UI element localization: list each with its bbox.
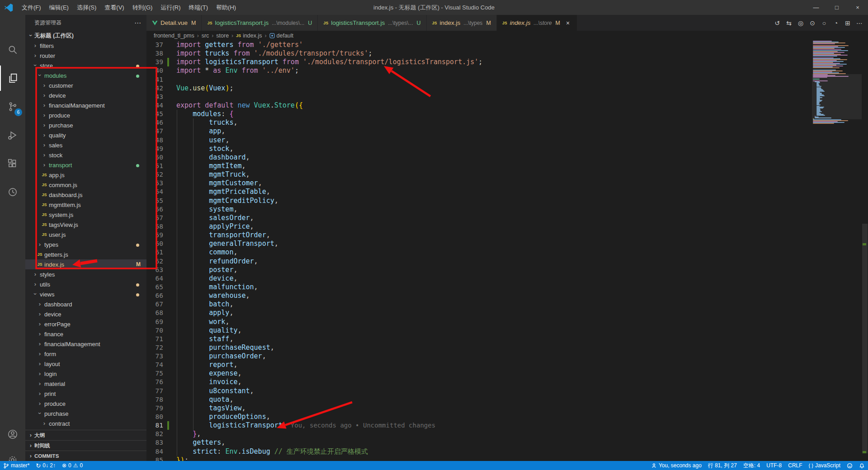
tree-item-errorPage[interactable]: ›errorPage bbox=[25, 319, 146, 329]
line-number[interactable]: 58 bbox=[146, 222, 167, 231]
menu-item[interactable]: 运行(R) bbox=[156, 0, 184, 15]
line-number[interactable]: 74 bbox=[146, 361, 167, 369]
code-line-59[interactable]: 59 transportOrder, bbox=[146, 231, 868, 240]
activity-extensions-icon[interactable] bbox=[0, 151, 25, 176]
tree-item-quality[interactable]: ›quality bbox=[25, 130, 146, 140]
line-number[interactable]: 70 bbox=[146, 326, 167, 335]
tree-item-device[interactable]: ›device bbox=[25, 90, 146, 100]
line-number[interactable]: 49 bbox=[146, 145, 167, 153]
tab-index.js[interactable]: JSindex.js...\storeM× bbox=[497, 15, 577, 31]
line-number[interactable]: 76 bbox=[146, 378, 167, 386]
line-number[interactable]: 59 bbox=[146, 231, 167, 240]
line-number[interactable]: 82 bbox=[146, 430, 167, 438]
code-line-51[interactable]: 51 mgmtItem, bbox=[146, 162, 868, 170]
line-number[interactable]: 73 bbox=[146, 352, 167, 361]
line-number[interactable]: 55 bbox=[146, 197, 167, 205]
activity-source-control-icon[interactable]: 6 bbox=[0, 94, 25, 119]
split-editor-icon[interactable]: ⊞ bbox=[843, 18, 853, 28]
code-line-53[interactable]: 53 mgmtCustomer, bbox=[146, 179, 868, 188]
code-line-55[interactable]: 55 mgmtCreditPolicy, bbox=[146, 197, 868, 205]
previous-change-icon[interactable]: ⊙ bbox=[807, 18, 817, 28]
code-line-74[interactable]: 74 report, bbox=[146, 361, 868, 369]
tree-item-store[interactable]: ›store bbox=[25, 61, 146, 70]
toggle-blame-icon[interactable]: ◔ bbox=[831, 18, 841, 28]
feedback-button[interactable] bbox=[844, 461, 856, 470]
language-mode[interactable]: { } JavaScript bbox=[806, 461, 844, 470]
workspace-header[interactable]: › 无标题 (工作区) bbox=[25, 31, 146, 41]
line-number[interactable]: 68 bbox=[146, 309, 167, 317]
code-line-52[interactable]: 52 mgmtTruck, bbox=[146, 170, 868, 179]
tree-item-purchase[interactable]: ›purchase bbox=[25, 409, 146, 418]
tree-item-views[interactable]: ›views bbox=[25, 289, 146, 299]
line-number[interactable]: 61 bbox=[146, 248, 167, 257]
tab-index.js[interactable]: JSindex.js...\typesM bbox=[427, 15, 497, 31]
code-line-82[interactable]: 82 }, bbox=[146, 430, 868, 438]
menu-item[interactable]: 终端(T) bbox=[184, 0, 212, 15]
line-number[interactable]: 75 bbox=[146, 369, 167, 378]
code-line-37[interactable]: 37import getters from './getters' bbox=[146, 41, 868, 49]
tree-item-financialManagement[interactable]: ›financialManagement bbox=[25, 339, 146, 349]
code-line-64[interactable]: 64 device, bbox=[146, 274, 868, 283]
code-line-47[interactable]: 47 app, bbox=[146, 127, 868, 136]
code-line-42[interactable]: 42Vue.use(Vuex); bbox=[146, 84, 868, 93]
next-change-icon[interactable]: ○ bbox=[819, 18, 829, 28]
line-number[interactable]: 41 bbox=[146, 75, 167, 84]
line-number[interactable]: 65 bbox=[146, 283, 167, 291]
code-line-79[interactable]: 79 tagsView, bbox=[146, 404, 868, 413]
menu-item[interactable]: 文件(F) bbox=[18, 0, 45, 15]
line-number[interactable]: 54 bbox=[146, 188, 167, 196]
line-number[interactable]: 79 bbox=[146, 404, 167, 413]
eol-sequence[interactable]: CRLF bbox=[785, 461, 805, 470]
code-line-60[interactable]: 60 generalTransport, bbox=[146, 240, 868, 248]
line-number[interactable]: 52 bbox=[146, 170, 167, 179]
tree-item-transport[interactable]: ›transport bbox=[25, 160, 146, 170]
code-line-78[interactable]: 78 quota, bbox=[146, 395, 868, 404]
line-number[interactable]: 38 bbox=[146, 49, 167, 58]
code-line-44[interactable]: 44export default new Vuex.Store({ bbox=[146, 101, 868, 110]
code-line-70[interactable]: 70 quality, bbox=[146, 326, 868, 335]
code-line-57[interactable]: 57 salesOrder, bbox=[146, 214, 868, 222]
code-line-45[interactable]: 45 modules: { bbox=[146, 110, 868, 118]
line-number[interactable]: 81 bbox=[146, 421, 167, 430]
code-line-84[interactable]: 84 strict: Env.isDebug // 生产环境禁止开启严格模式 bbox=[146, 447, 868, 456]
line-number[interactable]: 63 bbox=[146, 266, 167, 274]
code-editor[interactable]: 37import getters from './getters'38impor… bbox=[146, 41, 868, 461]
line-number[interactable]: 42 bbox=[146, 84, 167, 93]
maximize-button[interactable]: □ bbox=[826, 0, 847, 15]
code-line-46[interactable]: 46 trucks, bbox=[146, 118, 868, 127]
tree-item-utils[interactable]: ›utils bbox=[25, 279, 146, 289]
tree-item-dashboard[interactable]: ›dashboard bbox=[25, 299, 146, 309]
code-line-66[interactable]: 66 warehouse, bbox=[146, 291, 868, 300]
code-line-40[interactable]: 40import * as Env from '../env'; bbox=[146, 66, 868, 75]
tree-item-finance[interactable]: ›finance bbox=[25, 329, 146, 339]
tree-item-app.js[interactable]: JSapp.js bbox=[25, 170, 146, 180]
tree-item-device[interactable]: ›device bbox=[25, 309, 146, 319]
line-number[interactable]: 72 bbox=[146, 343, 167, 352]
code-line-49[interactable]: 49 stock, bbox=[146, 145, 868, 153]
line-number[interactable]: 71 bbox=[146, 335, 167, 343]
activity-gitlens-icon[interactable] bbox=[0, 179, 25, 205]
line-number[interactable]: 80 bbox=[146, 413, 167, 421]
tree-item-tagsView.js[interactable]: JStagsView.js bbox=[25, 220, 146, 230]
line-number[interactable]: 51 bbox=[146, 162, 167, 170]
cursor-position[interactable]: 行 81, 列 27 bbox=[705, 461, 740, 470]
more-actions-icon[interactable]: ⋯ bbox=[854, 18, 864, 28]
tree-item-produce[interactable]: ›produce bbox=[25, 399, 146, 409]
problems-status[interactable]: ⊗ 0 ⚠ 0 bbox=[59, 461, 86, 470]
code-line-81[interactable]: 81 logisticsTransportYou, seconds ago • … bbox=[146, 421, 868, 430]
line-number[interactable]: 50 bbox=[146, 153, 167, 162]
tree-item-sales[interactable]: ›sales bbox=[25, 140, 146, 150]
line-number[interactable]: 83 bbox=[146, 438, 167, 447]
compare-changes-icon[interactable]: ⇆ bbox=[784, 18, 794, 28]
gitlens-blame-status[interactable]: You, seconds ago bbox=[648, 461, 705, 470]
open-change-icon[interactable]: ◎ bbox=[796, 18, 806, 28]
tree-item-contract[interactable]: ›contract bbox=[25, 418, 146, 428]
activity-explorer-icon[interactable] bbox=[0, 66, 25, 91]
tree-item-filters[interactable]: ›filters bbox=[25, 41, 146, 51]
code-line-80[interactable]: 80 produceOptions, bbox=[146, 413, 868, 421]
close-tab-icon[interactable]: × bbox=[564, 19, 571, 27]
code-line-83[interactable]: 83 getters, bbox=[146, 438, 868, 447]
code-line-77[interactable]: 77 u8constant, bbox=[146, 387, 868, 395]
code-line-62[interactable]: 62 refundOrder, bbox=[146, 257, 868, 266]
scrollbar[interactable] bbox=[862, 41, 868, 461]
